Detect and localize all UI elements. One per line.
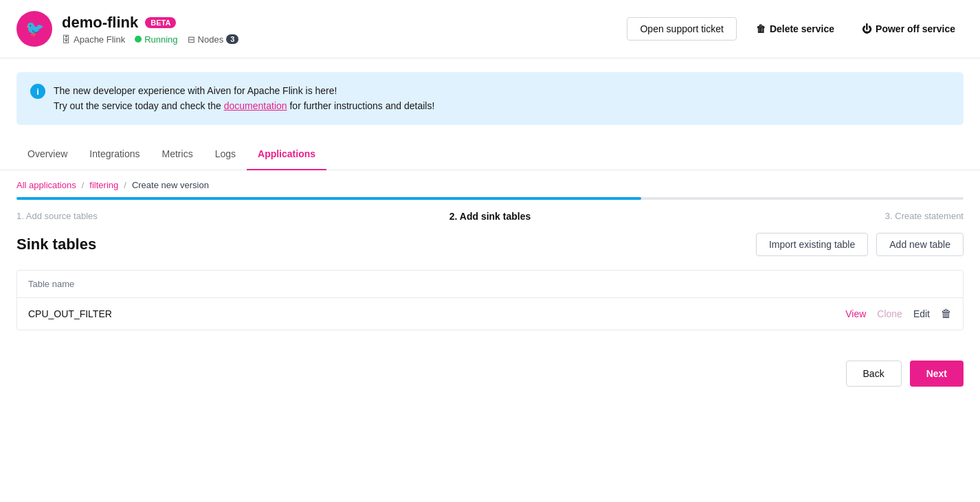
nodes-count: 3 [226,34,238,44]
status-text: Running [144,34,177,45]
view-button[interactable]: View [845,308,866,319]
breadcrumb-current: Create new version [132,180,209,190]
service-logo: 🐦 [16,11,52,47]
breadcrumb-sep2: / [124,180,126,190]
sink-tables-table: Table name CPU_OUT_FILTER View Clone Edi… [16,270,964,330]
section-title: Sink tables [16,236,96,253]
breadcrumb-all-applications[interactable]: All applications [16,180,76,190]
tab-metrics[interactable]: Metrics [151,139,204,170]
breadcrumb: All applications / filtering / Create ne… [0,170,980,197]
tab-integrations[interactable]: Integrations [78,139,151,170]
steps-indicator: 1. Add source tables 2. Add sink tables … [0,200,980,227]
table-header-row: Table name [17,271,963,298]
power-off-button[interactable]: ⏻ Power off service [854,18,964,40]
edit-button[interactable]: Edit [913,308,930,319]
service-meta: 🗄 Apache Flink Running ⊟ Nodes 3 [62,34,238,45]
nodes-icon: ⊟ [188,34,195,45]
delete-service-button[interactable]: 🗑 Delete service [748,18,843,40]
engine-info: 🗄 Apache Flink [62,34,125,45]
breadcrumb-sep1: / [82,180,85,190]
column-table-name: Table name [28,279,74,289]
step1-label: 1. Add source tables [16,211,332,221]
page-header: 🐦 demo-flink BETA 🗄 Apache Flink Running… [0,0,980,58]
delete-row-button[interactable]: 🗑 [941,308,952,320]
add-new-table-button[interactable]: Add new table [876,233,964,256]
section-actions: Import existing table Add new table [756,233,964,256]
flink-icon: 🐦 [25,20,44,38]
table-row: CPU_OUT_FILTER View Clone Edit 🗑 [17,298,963,330]
next-button[interactable]: Next [910,361,964,387]
open-support-button[interactable]: Open support ticket [627,17,736,41]
footer-actions: Back Next [0,347,980,400]
tabs-nav: Overview Integrations Metrics Logs Appli… [0,139,980,170]
db-icon: 🗄 [62,34,71,45]
main-content: Sink tables Import existing table Add ne… [0,227,980,347]
power-icon: ⏻ [862,23,871,34]
tab-applications[interactable]: Applications [247,139,326,170]
step3-label: 3. Create statement [648,211,964,221]
status-dot [135,36,142,43]
section-header: Sink tables Import existing table Add ne… [16,233,964,256]
step2-label: 2. Add sink tables [332,211,647,222]
clone-button[interactable]: Clone [877,308,902,319]
row-actions: View Clone Edit 🗑 [845,308,952,320]
row-table-name: CPU_OUT_FILTER [28,308,845,319]
tab-logs[interactable]: Logs [204,139,247,170]
breadcrumb-filtering[interactable]: filtering [89,180,118,190]
beta-badge: BETA [145,17,176,28]
service-name: demo-flink [62,14,138,32]
nodes-info: ⊟ Nodes 3 [188,34,239,45]
tab-overview[interactable]: Overview [16,139,78,170]
info-icon: i [30,84,45,99]
import-existing-table-button[interactable]: Import existing table [756,233,868,256]
info-banner: i The new developer experience with Aive… [16,72,964,125]
trash-icon: 🗑 [756,23,766,34]
banner-text: The new developer experience with Aiven … [54,83,434,114]
back-button[interactable]: Back [846,361,902,387]
service-info: demo-flink BETA 🗄 Apache Flink Running ⊟… [62,14,238,45]
header-actions: Open support ticket 🗑 Delete service ⏻ P… [627,17,964,41]
documentation-link[interactable]: documentation [224,100,287,111]
status-info: Running [135,34,177,45]
